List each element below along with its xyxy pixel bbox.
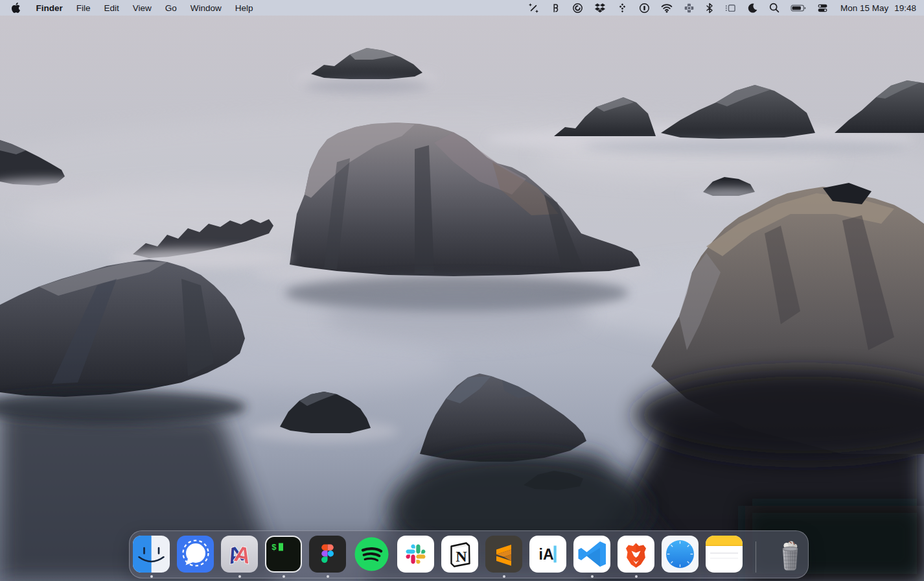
a-logo-icon: A A [221,536,258,573]
safari-icon [662,536,699,573]
figma-icon [309,536,346,573]
menu-app-name[interactable]: Finder [29,3,69,13]
dock: A A $ [129,530,809,578]
running-indicator [635,575,638,578]
finder-icon [133,536,170,573]
apple-icon [12,3,20,13]
dock-item-slack[interactable] [397,536,434,573]
menu-view[interactable]: View [126,3,158,13]
dock-divider [756,541,756,573]
wifi-icon[interactable] [661,0,673,16]
health-plus-icon[interactable] [684,0,695,16]
dock-item-finder[interactable] [133,536,170,573]
figma-agent-icon[interactable] [550,0,561,16]
svg-text:$: $ [271,543,277,552]
menu-go[interactable]: Go [158,3,183,13]
menu-window[interactable]: Window [183,3,228,13]
menu-bar: Finder File Edit View Go Window Help [0,0,924,16]
focus-moon-icon[interactable] [747,0,758,16]
dock-item-trash[interactable] [772,536,809,573]
stage-manager-icon[interactable] [724,0,736,16]
signal-icon [177,536,214,573]
1password-icon[interactable] [639,0,650,16]
dock-item-figma[interactable] [309,536,346,573]
desktop[interactable]: Finder File Edit View Go Window Help [0,0,924,581]
brave-icon [618,536,654,573]
running-indicator [591,575,594,578]
dock-item-notes[interactable] [706,536,743,573]
menu-file[interactable]: File [69,3,97,13]
apple-menu[interactable] [12,3,20,13]
running-indicator [150,575,153,578]
running-indicator [327,575,329,578]
menu-help[interactable]: Help [228,3,260,13]
dock-item-a-app[interactable]: A A [221,536,258,573]
running-indicator [503,575,505,578]
menu-bar-clock[interactable]: Mon 15 May 19:48 [840,3,916,13]
dock-item-terminal[interactable]: $ [265,536,302,573]
battery-icon[interactable] [791,0,806,16]
clock-date: Mon 15 May [840,3,888,13]
notes-icon [706,536,743,573]
magic-wand-icon[interactable] [528,0,539,16]
notion-icon: N [441,536,478,573]
dock-item-sublime[interactable] [485,536,522,573]
dock-item-brave[interactable] [618,536,654,573]
dock-item-vscode[interactable] [573,536,610,573]
wallpaper-image [0,0,924,581]
dock-item-safari[interactable] [662,536,699,573]
dock-item-ia-writer[interactable]: iA [529,536,566,573]
spotlight-search-icon[interactable] [769,0,780,16]
terminal-icon: $ [265,536,302,573]
running-indicator [238,575,241,578]
dock-item-notion[interactable]: N [441,536,478,573]
creative-cloud-icon[interactable] [572,0,583,16]
trash-full-icon [772,536,809,573]
vscode-icon [573,536,610,573]
svg-text:N: N [456,548,467,565]
dropbox-icon[interactable] [594,0,606,16]
control-center-icon[interactable] [817,0,828,16]
svg-text:iA: iA [539,546,554,563]
slack-icon [397,536,434,573]
sublime-text-icon [485,536,522,573]
dock-item-signal[interactable] [177,536,214,573]
running-indicator [283,575,285,578]
setapp-icon[interactable] [617,0,628,16]
menu-edit[interactable]: Edit [97,3,126,13]
clock-time: 19:48 [894,3,916,13]
ia-writer-icon: iA [529,536,566,573]
dock-item-spotify[interactable] [353,536,390,573]
bluetooth-icon[interactable] [706,0,713,16]
spotify-icon [353,536,390,573]
